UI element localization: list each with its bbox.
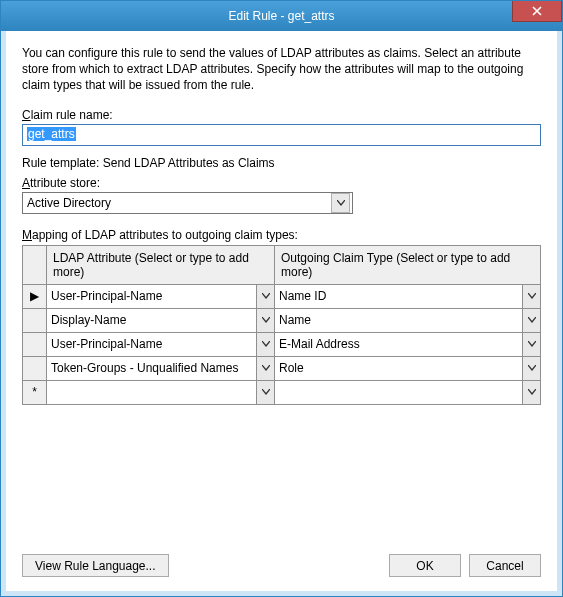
row-marker: [23, 356, 47, 380]
chevron-down-icon: [256, 309, 274, 332]
ldap-attribute-value: User-Principal-Name: [47, 285, 256, 308]
table-row: User-Principal-NameE-Mail Address: [23, 332, 541, 356]
ldap-attribute-value: [47, 381, 256, 404]
row-marker: [23, 332, 47, 356]
dialog-footer: View Rule Language... OK Cancel: [22, 554, 541, 577]
rule-name-value: get_attrs: [27, 127, 76, 141]
ldap-attribute-cell[interactable]: [47, 380, 275, 404]
cancel-button[interactable]: Cancel: [469, 554, 541, 577]
chevron-down-icon: [256, 381, 274, 404]
outgoing-claim-cell[interactable]: Role: [275, 356, 541, 380]
row-marker: *: [23, 380, 47, 404]
grid-col-out: Outgoing Claim Type (Select or type to a…: [275, 245, 541, 284]
title-bar: Edit Rule - get_attrs: [1, 1, 562, 31]
outgoing-claim-cell[interactable]: E-Mail Address: [275, 332, 541, 356]
mapping-grid: LDAP Attribute (Select or type to add mo…: [22, 245, 541, 405]
outgoing-claim-value: E-Mail Address: [275, 333, 522, 356]
ldap-attribute-value: Token-Groups - Unqualified Names: [47, 357, 256, 380]
ldap-attribute-cell[interactable]: Display-Name: [47, 308, 275, 332]
chevron-down-icon: [256, 333, 274, 356]
chevron-down-icon: [331, 193, 350, 213]
table-row: *: [23, 380, 541, 404]
grid-corner: [23, 245, 47, 284]
table-row: Token-Groups - Unqualified NamesRole: [23, 356, 541, 380]
ldap-attribute-cell[interactable]: Token-Groups - Unqualified Names: [47, 356, 275, 380]
outgoing-claim-value: Role: [275, 357, 522, 380]
attribute-store-label: Attribute store:: [22, 176, 541, 190]
ok-button[interactable]: OK: [389, 554, 461, 577]
outgoing-claim-cell[interactable]: Name: [275, 308, 541, 332]
chevron-down-icon: [522, 333, 540, 356]
window-title: Edit Rule - get_attrs: [228, 9, 334, 23]
outgoing-claim-cell[interactable]: Name ID: [275, 284, 541, 308]
attribute-store-select[interactable]: Active Directory: [22, 192, 353, 214]
ldap-attribute-cell[interactable]: User-Principal-Name: [47, 332, 275, 356]
outgoing-claim-value: Name: [275, 309, 522, 332]
mapping-label: Mapping of LDAP attributes to outgoing c…: [22, 228, 541, 242]
dialog-content: You can configure this rule to send the …: [1, 31, 562, 596]
chevron-down-icon: [522, 381, 540, 404]
outgoing-claim-cell[interactable]: [275, 380, 541, 404]
chevron-down-icon: [256, 357, 274, 380]
chevron-down-icon: [256, 285, 274, 308]
attribute-store-value: Active Directory: [27, 196, 111, 210]
table-row: Display-NameName: [23, 308, 541, 332]
close-icon: [532, 6, 542, 16]
chevron-down-icon: [522, 357, 540, 380]
outgoing-claim-value: [275, 381, 522, 404]
row-marker: ▶: [23, 284, 47, 308]
view-rule-language-button[interactable]: View Rule Language...: [22, 554, 169, 577]
outgoing-claim-value: Name ID: [275, 285, 522, 308]
chevron-down-icon: [522, 309, 540, 332]
ldap-attribute-value: User-Principal-Name: [47, 333, 256, 356]
table-row: ▶User-Principal-NameName ID: [23, 284, 541, 308]
ldap-attribute-cell[interactable]: User-Principal-Name: [47, 284, 275, 308]
grid-col-ldap: LDAP Attribute (Select or type to add mo…: [47, 245, 275, 284]
description-text: You can configure this rule to send the …: [22, 45, 541, 94]
rule-template-text: Rule template: Send LDAP Attributes as C…: [22, 156, 541, 170]
chevron-down-icon: [522, 285, 540, 308]
close-button[interactable]: [512, 1, 562, 22]
rule-name-input[interactable]: get_attrs: [22, 124, 541, 146]
row-marker: [23, 308, 47, 332]
rule-name-label: Claim rule name:: [22, 108, 541, 122]
ldap-attribute-value: Display-Name: [47, 309, 256, 332]
